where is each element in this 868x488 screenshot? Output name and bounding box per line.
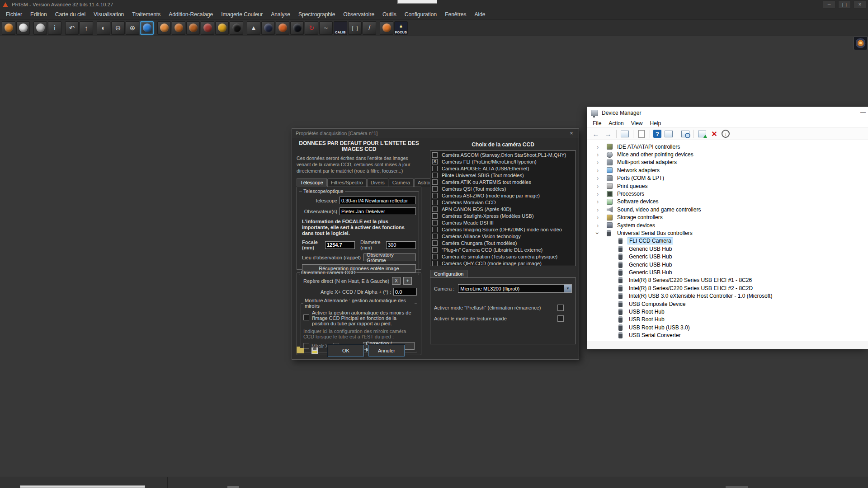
device-tree-item[interactable]: Generic USB Hub <box>587 245 868 253</box>
telescope-input[interactable] <box>340 197 416 204</box>
camera-checkbox[interactable]: X <box>432 159 438 164</box>
update-driver-icon[interactable] <box>697 129 707 139</box>
ok-button[interactable]: OK <box>328 345 364 357</box>
save-icon[interactable] <box>16 21 30 35</box>
device-tree-item[interactable]: USB Root Hub <box>587 308 868 315</box>
device-tree-item[interactable]: Intel(R) 8 Series/C220 Series USB EHCI #… <box>587 277 868 284</box>
device-tree-item[interactable]: USB Composite Device <box>587 300 868 308</box>
menu-edition[interactable]: Edition <box>26 9 51 19</box>
camera-checkbox[interactable] <box>432 152 438 158</box>
cone-icon[interactable]: ▲ <box>247 21 260 35</box>
menu-outils[interactable]: Outils <box>378 9 401 19</box>
help-icon[interactable]: ? <box>653 130 661 138</box>
camera-list-item[interactable]: Caméra de simulation (Tests sans caméra … <box>430 253 576 260</box>
action-pane-icon[interactable] <box>664 129 674 139</box>
device-tree-item[interactable]: ›Multi-port serial adapters <box>587 159 868 166</box>
print-icon[interactable] <box>33 21 47 35</box>
camera-list-item[interactable]: Pilote Universel SBIG (Tout modèles) <box>430 172 576 178</box>
chevron-collapsed-icon[interactable]: › <box>594 206 601 213</box>
menu-visualisation[interactable]: Visualisation <box>90 9 128 19</box>
camera-list-item[interactable]: "Plug-in" Camera CCD (Librairie DLL exte… <box>430 246 576 253</box>
device-tree-item[interactable]: ›Processors <box>587 190 868 197</box>
camera-checkbox[interactable] <box>432 220 438 225</box>
dark-cat-icon[interactable] <box>230 21 243 35</box>
load-settings-icon[interactable] <box>297 348 304 353</box>
camera-checkbox[interactable] <box>432 261 438 266</box>
combo-dropdown-icon[interactable]: ▼ <box>564 285 571 292</box>
menu-imagerie-couleur[interactable]: Imagerie Couleur <box>217 9 267 19</box>
device-tree-item[interactable]: USB Root Hub <box>587 316 868 324</box>
calibration-barrel-icon[interactable] <box>215 21 229 35</box>
properties-icon[interactable] <box>637 129 646 139</box>
save-settings-icon[interactable] <box>311 347 318 354</box>
camera-list-item[interactable]: Caméra Chungara (Tout modèles) <box>430 239 576 246</box>
dm-menu-view[interactable]: View <box>627 120 646 127</box>
menu-fichier[interactable]: Fichier <box>2 9 26 19</box>
preflash-checkbox[interactable] <box>557 305 564 311</box>
camera-checkbox[interactable] <box>432 234 438 239</box>
camera-checkbox[interactable] <box>432 179 438 185</box>
device-tree-item[interactable]: ›Universal Serial Bus controllers <box>587 229 868 237</box>
disable-icon[interactable]: ↓ <box>722 130 730 138</box>
minimize-button[interactable]: – <box>823 0 835 9</box>
pan-hand-icon[interactable] <box>157 21 171 35</box>
chevron-collapsed-icon[interactable]: › <box>594 167 601 174</box>
camera-list-item[interactable]: Camera APOGEE ALTA (USB/Ethernet) <box>430 165 576 172</box>
measure-icon[interactable]: / <box>363 21 376 35</box>
menu-traitements[interactable]: Traitements <box>128 9 165 19</box>
chevron-collapsed-icon[interactable]: › <box>594 159 601 165</box>
maximize-button[interactable]: ▢ <box>838 0 851 9</box>
chevron-expanded-icon[interactable]: › <box>594 230 601 236</box>
device-tree-item[interactable]: Intel(R) 8 Series/C220 Series USB EHCI #… <box>587 284 868 292</box>
zoom-in-icon[interactable]: ⊕ <box>126 21 139 35</box>
device-manager-minimize-button[interactable]: — <box>860 109 866 115</box>
menu-spectrographie[interactable]: Spectrographie <box>294 9 339 19</box>
camera-list-item[interactable]: XCaméras FLI (ProLine/MicroLine/Hyperion… <box>430 158 576 165</box>
planet-icon[interactable] <box>380 21 393 35</box>
device-tree-item[interactable]: ›IDE ATA/ATAPI controllers <box>587 143 868 150</box>
dm-menu-help[interactable]: Help <box>646 120 665 127</box>
dm-menu-action[interactable]: Action <box>605 120 627 127</box>
frame-icon[interactable]: ▢ <box>348 21 362 35</box>
menu-carte-du-ciel[interactable]: Carte du ciel <box>51 9 90 19</box>
menu-analyse[interactable]: Analyse <box>267 9 294 19</box>
forward-icon[interactable]: → <box>603 129 613 139</box>
device-tree-item[interactable]: Intel(R) USB 3.0 eXtensible Host Control… <box>587 292 868 300</box>
screen-capture-icon[interactable] <box>140 21 154 35</box>
undo-icon[interactable]: ↶ <box>65 21 79 35</box>
device-tree-item[interactable]: ›Print queues <box>587 182 868 190</box>
device-tree-item[interactable]: FLI CCD Camera <box>587 237 868 245</box>
camera-checkbox[interactable] <box>432 206 438 212</box>
device-tree-item[interactable]: USB Serial Converter <box>587 331 868 339</box>
camera-checkbox[interactable] <box>432 186 438 192</box>
repere-x-button[interactable]: X <box>392 277 401 285</box>
docked-tool-icon[interactable] <box>854 36 868 50</box>
dialog-close-icon[interactable]: × <box>568 130 575 136</box>
camera-checkbox[interactable] <box>432 173 438 178</box>
camera-checkbox[interactable] <box>432 200 438 205</box>
device-tree-item[interactable]: Generic USB Hub <box>587 253 868 260</box>
scan-hardware-icon[interactable] <box>680 129 690 139</box>
camera-list-item[interactable]: Caméras Meade DSI III <box>430 219 576 226</box>
chevron-collapsed-icon[interactable]: › <box>594 222 601 229</box>
tab-cam-ra[interactable]: Caméra <box>389 178 414 187</box>
chevron-collapsed-icon[interactable]: › <box>594 191 601 197</box>
lieu-button[interactable]: Observatory Grömme <box>363 253 416 261</box>
camera-checkbox[interactable] <box>432 254 438 259</box>
camera-list-item[interactable]: Caméras Imaging Source (DFK/DMK) mode no… <box>430 226 576 233</box>
sync-icon[interactable]: ↻ <box>305 21 318 35</box>
focus-icon[interactable]: ★FOCUS <box>394 21 408 35</box>
device-tree-item[interactable]: ›Software devices <box>587 198 868 206</box>
camera-list-item[interactable]: Caméras ASI-ZWO (mode image par image) <box>430 192 576 199</box>
device-manager-titlebar[interactable]: Device Manager — <box>587 107 868 119</box>
open-image-icon[interactable] <box>2 21 15 35</box>
device-tree-item[interactable]: Generic USB Hub <box>587 268 868 276</box>
menu-addition-recalage[interactable]: Addition-Recalage <box>165 9 217 19</box>
ccd-camera-icon[interactable] <box>172 21 185 35</box>
chevron-collapsed-icon[interactable]: › <box>594 175 601 181</box>
device-tree-item[interactable]: ›System devices <box>587 221 868 229</box>
camera-list-item[interactable]: Caméra ATIK ou ARTEMIS tout modèles <box>430 178 576 185</box>
smooth-curve-icon[interactable]: ~ <box>319 21 333 35</box>
deep-sky-icon[interactable] <box>290 21 304 35</box>
tab-t-lescope[interactable]: Télescope <box>297 178 327 186</box>
